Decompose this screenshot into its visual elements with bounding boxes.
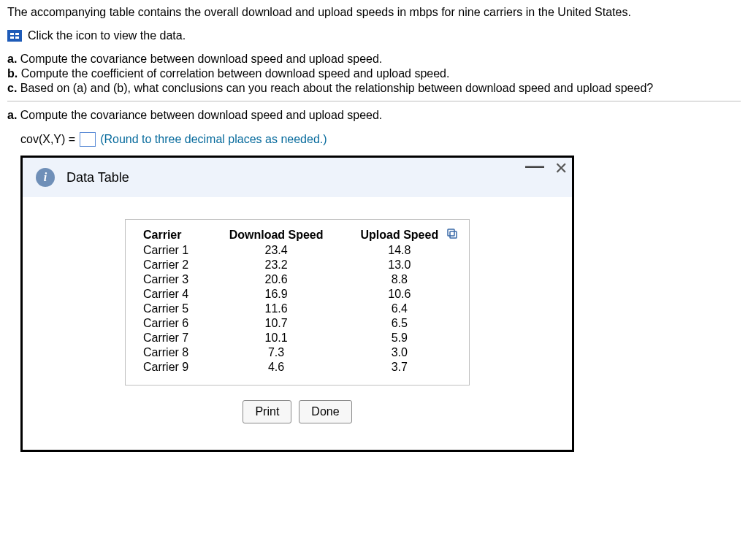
cell-upload: 6.5 <box>343 316 456 331</box>
col-upload: Upload Speed <box>343 227 456 243</box>
table-row: Carrier 94.63.7 <box>139 360 456 375</box>
table-row: Carrier 123.414.8 <box>139 243 456 258</box>
modal-title: Data Table <box>66 170 129 185</box>
cell-carrier: Carrier 8 <box>139 345 210 360</box>
modal-body: Carrier Download Speed Upload Speed Carr… <box>23 197 572 450</box>
part-b-text: Compute the coefficient of correlation b… <box>21 67 450 80</box>
cell-carrier: Carrier 9 <box>139 360 210 375</box>
current-part-letter: a. <box>7 109 17 121</box>
cell-upload: 3.7 <box>343 360 456 375</box>
cell-carrier: Carrier 7 <box>139 331 210 345</box>
modal-header: i Data Table — ✕ <box>23 158 572 197</box>
info-icon: i <box>36 168 55 187</box>
answer-row: cov(X,Y) = (Round to three decimal place… <box>20 132 741 147</box>
part-c-text: Based on (a) and (b), what conclusions c… <box>20 82 653 94</box>
part-b-letter: b. <box>7 67 18 80</box>
cell-upload: 14.8 <box>343 243 456 258</box>
part-a-text: Compute the covariance between download … <box>20 53 382 65</box>
cell-download: 7.3 <box>210 345 343 360</box>
done-button[interactable]: Done <box>299 400 351 423</box>
part-a-letter: a. <box>7 53 17 65</box>
cell-download: 23.4 <box>210 243 343 258</box>
cell-carrier: Carrier 3 <box>139 272 210 287</box>
cell-carrier: Carrier 1 <box>139 243 210 258</box>
section-divider <box>7 101 741 101</box>
cell-carrier: Carrier 6 <box>139 316 210 331</box>
part-c-letter: c. <box>7 82 17 94</box>
table-row: Carrier 511.66.4 <box>139 302 456 316</box>
cell-upload: 13.0 <box>343 258 456 272</box>
cell-download: 10.7 <box>210 316 343 331</box>
table-row: Carrier 610.76.5 <box>139 316 456 331</box>
table-row: Carrier 320.68.8 <box>139 272 456 287</box>
print-button[interactable]: Print <box>243 400 291 423</box>
answer-lhs: cov(X,Y) = <box>20 133 75 146</box>
data-table-container: Carrier Download Speed Upload Speed Carr… <box>125 219 470 386</box>
table-row: Carrier 710.15.9 <box>139 331 456 345</box>
current-part-text: Compute the covariance between download … <box>20 109 382 121</box>
current-part-prompt: a. Compute the covariance between downlo… <box>7 109 741 122</box>
data-table: Carrier Download Speed Upload Speed Carr… <box>139 227 456 375</box>
col-download: Download Speed <box>210 227 343 243</box>
modal-footer: Print Done <box>37 400 557 435</box>
view-data-label: Click the icon to view the data. <box>28 29 186 42</box>
table-grid-icon[interactable] <box>7 30 22 42</box>
cell-upload: 5.9 <box>343 331 456 345</box>
cell-upload: 10.6 <box>343 287 456 302</box>
covariance-input[interactable] <box>80 132 96 147</box>
cell-download: 23.2 <box>210 258 343 272</box>
cell-upload: 8.8 <box>343 272 456 287</box>
col-carrier: Carrier <box>139 227 210 243</box>
cell-carrier: Carrier 4 <box>139 287 210 302</box>
cell-download: 20.6 <box>210 272 343 287</box>
view-data-row: Click the icon to view the data. <box>7 29 741 42</box>
table-row: Carrier 223.213.0 <box>139 258 456 272</box>
data-table-modal: i Data Table — ✕ Carrier Download Speed … <box>20 156 574 452</box>
cell-download: 4.6 <box>210 360 343 375</box>
copy-icon[interactable] <box>446 227 459 240</box>
cell-download: 11.6 <box>210 302 343 316</box>
table-row: Carrier 416.910.6 <box>139 287 456 302</box>
minimize-icon[interactable]: — <box>525 162 544 169</box>
svg-rect-0 <box>450 231 457 238</box>
svg-rect-1 <box>448 229 454 236</box>
table-row: Carrier 87.33.0 <box>139 345 456 360</box>
cell-carrier: Carrier 2 <box>139 258 210 272</box>
cell-upload: 3.0 <box>343 345 456 360</box>
cell-download: 16.9 <box>210 287 343 302</box>
intro-text: The accompanying table contains the over… <box>7 6 741 19</box>
cell-carrier: Carrier 5 <box>139 302 210 316</box>
cell-download: 10.1 <box>210 331 343 345</box>
close-icon[interactable]: ✕ <box>554 159 568 178</box>
cell-upload: 6.4 <box>343 302 456 316</box>
rounding-hint: (Round to three decimal places as needed… <box>100 133 327 146</box>
question-parts: a. Compute the covariance between downlo… <box>7 53 741 95</box>
